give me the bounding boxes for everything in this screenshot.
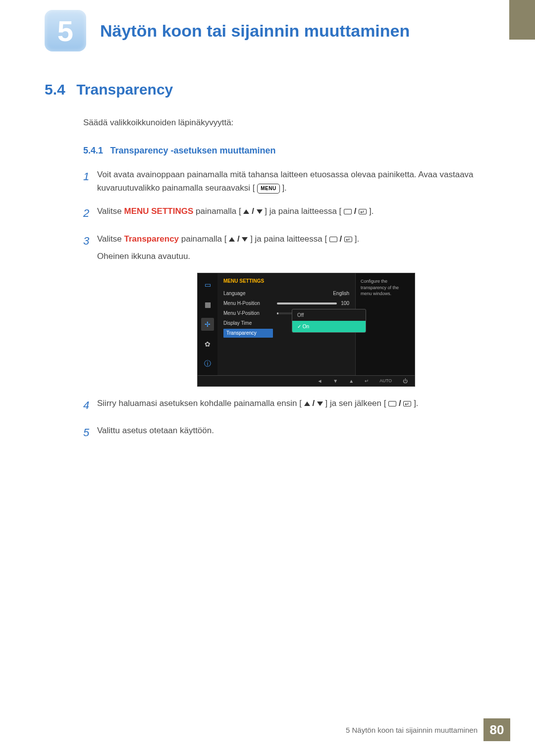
osd-tab-position-icon: ✢ bbox=[201, 318, 214, 331]
return-icon bbox=[403, 401, 411, 406]
osd-tab-picture-icon: ▭ bbox=[201, 278, 214, 291]
section-heading: 5.4 Transparency bbox=[45, 81, 490, 98]
text: Oheinen ikkuna avautuu. bbox=[97, 252, 190, 261]
step-body: Valittu asetus otetaan käyttöön. bbox=[97, 424, 490, 441]
step-body: Siirry haluamasi asetuksen kohdalle pain… bbox=[97, 397, 490, 414]
chapter-title: Näytön koon tai sijainnin muuttaminen bbox=[100, 21, 410, 41]
slash: / bbox=[312, 399, 317, 408]
osd-slider-fill bbox=[277, 312, 278, 314]
osd-slider-fill bbox=[277, 302, 337, 304]
nav-down-icon: ▼ bbox=[333, 378, 338, 384]
text: ]. bbox=[282, 183, 286, 193]
osd-sidebar: ▭ ▦ ✢ ✿ ⓘ bbox=[198, 273, 217, 375]
osd-value: English bbox=[333, 291, 349, 296]
osd-label-selected: Transparency bbox=[223, 329, 273, 338]
step-number: 3 bbox=[83, 232, 97, 263]
footer-text: 5 Näytön koon tai sijainnin muuttaminen bbox=[346, 726, 478, 734]
text: ]. bbox=[355, 234, 359, 244]
subsection-heading: 5.4.1 Transparency -asetuksen muuttamine… bbox=[83, 146, 490, 156]
step-4: 4 Siirry haluamasi asetuksen kohdalle pa… bbox=[83, 397, 490, 414]
triangle-up-icon bbox=[243, 209, 249, 214]
nav-left-icon: ◄ bbox=[317, 378, 322, 384]
section-number: 5.4 bbox=[45, 81, 65, 98]
slash: / bbox=[340, 234, 344, 244]
menu-button-icon: MENU bbox=[257, 184, 279, 194]
osd-slider bbox=[277, 302, 337, 304]
return-icon bbox=[344, 237, 352, 242]
slash: / bbox=[399, 399, 403, 408]
osd-label: Language bbox=[223, 291, 273, 296]
step-body: Valitse MENU SETTINGS painamalla [ / ] j… bbox=[97, 204, 490, 222]
osd-value: 100 bbox=[341, 301, 349, 306]
nav-enter-icon: ↵ bbox=[365, 378, 369, 384]
osd-popup-option-off: Off bbox=[292, 309, 366, 321]
slash: / bbox=[252, 206, 256, 216]
osd-popup: Off On bbox=[292, 309, 366, 333]
osd-popup-option-on: On bbox=[292, 321, 366, 332]
menu-settings-label: MENU SETTINGS bbox=[124, 206, 194, 216]
text: ]. bbox=[369, 206, 374, 216]
subsection-number: 5.4.1 bbox=[83, 146, 103, 155]
step-body: Voit avata avainoppaan painamalla mitä t… bbox=[97, 168, 490, 195]
chapter-header: 5 Näytön koon tai sijainnin muuttaminen bbox=[45, 10, 490, 51]
text: ] ja paina laitteessa [ bbox=[250, 234, 327, 244]
step-number: 4 bbox=[83, 397, 97, 414]
triangle-up-icon bbox=[304, 402, 310, 406]
step-1: 1 Voit avata avainoppaan painamalla mitä… bbox=[83, 168, 490, 195]
osd-illustration: ▭ ▦ ✢ ✿ ⓘ MENU SETTINGS Language English… bbox=[197, 273, 490, 387]
rect-icon bbox=[329, 237, 337, 242]
osd-tab-color-icon: ▦ bbox=[201, 298, 214, 311]
text: ] ja sen jälkeen [ bbox=[325, 399, 386, 408]
osd-footer: ◄ ▼ ▲ ↵ AUTO ⏻ bbox=[197, 376, 415, 387]
step-2: 2 Valitse MENU SETTINGS painamalla [ / ]… bbox=[83, 204, 490, 222]
triangle-down-icon bbox=[317, 402, 323, 406]
text: Siirry haluamasi asetuksen kohdalle pain… bbox=[97, 399, 302, 408]
osd-label: Menu V-Position bbox=[223, 310, 273, 316]
steps-list: 1 Voit avata avainoppaan painamalla mitä… bbox=[83, 168, 490, 441]
osd-title: MENU SETTINGS bbox=[223, 278, 349, 284]
text: painamalla [ bbox=[181, 234, 227, 244]
text: painamalla [ bbox=[196, 206, 241, 216]
rect-icon bbox=[388, 401, 396, 406]
subsection-title: Transparency -asetuksen muuttaminen bbox=[110, 146, 276, 155]
osd-row-language: Language English bbox=[223, 289, 349, 299]
rect-icon bbox=[344, 209, 352, 214]
step-5: 5 Valittu asetus otetaan käyttöön. bbox=[83, 424, 490, 441]
text: ]. bbox=[414, 399, 418, 408]
page-container: 5 Näytön koon tai sijainnin muuttaminen … bbox=[0, 0, 535, 756]
page-footer: 5 Näytön koon tai sijainnin muuttaminen … bbox=[346, 718, 510, 741]
osd-window: ▭ ▦ ✢ ✿ ⓘ MENU SETTINGS Language English… bbox=[197, 273, 415, 376]
step-number: 1 bbox=[83, 168, 97, 195]
osd-label: Menu H-Position bbox=[223, 301, 273, 306]
step-number: 5 bbox=[83, 424, 97, 441]
text: ] ja paina laitteessa [ bbox=[265, 206, 341, 216]
slash: / bbox=[354, 206, 359, 216]
section-intro: Säädä valikkoikkunoiden läpinäkyvyyttä: bbox=[83, 118, 490, 128]
osd-tab-info-icon: ⓘ bbox=[201, 357, 214, 370]
slash: / bbox=[237, 234, 242, 244]
nav-up-icon: ▲ bbox=[349, 378, 354, 384]
transparency-label: Transparency bbox=[124, 234, 179, 244]
osd-main-panel: MENU SETTINGS Language English Menu H-Po… bbox=[217, 273, 355, 375]
triangle-down-icon bbox=[242, 237, 248, 242]
osd-tab-settings-icon: ✿ bbox=[201, 338, 214, 351]
triangle-up-icon bbox=[229, 237, 235, 242]
chapter-number-badge: 5 bbox=[45, 10, 86, 51]
power-icon: ⏻ bbox=[403, 378, 408, 384]
step-3: 3 Valitse Transparency painamalla [ / ] … bbox=[83, 232, 490, 263]
return-icon bbox=[359, 209, 367, 214]
osd-row-h-position: Menu H-Position 100 bbox=[223, 299, 349, 308]
step-body: Valitse Transparency painamalla [ / ] ja… bbox=[97, 232, 490, 263]
triangle-down-icon bbox=[257, 209, 263, 214]
auto-label: AUTO bbox=[379, 378, 392, 383]
section-title: Transparency bbox=[76, 81, 173, 98]
step-number: 2 bbox=[83, 204, 97, 222]
page-number: 80 bbox=[483, 718, 510, 741]
text: Valitse bbox=[97, 234, 124, 244]
osd-label: Display Time bbox=[223, 320, 273, 326]
text: Valittu asetus otetaan käyttöön. bbox=[97, 426, 214, 435]
text: Valitse bbox=[97, 206, 124, 216]
